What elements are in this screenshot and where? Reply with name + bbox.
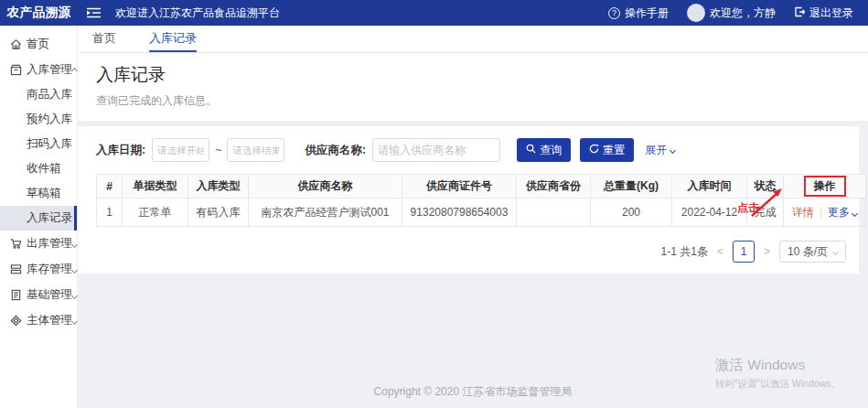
date-start-input[interactable]	[152, 138, 209, 162]
sidebar-item-inventory-mgmt[interactable]: 库存管理	[0, 256, 77, 282]
entity-icon	[10, 315, 22, 327]
cell-inbound-type: 有码入库	[188, 199, 249, 227]
col-weight: 总重量(Kg)	[591, 175, 672, 199]
search-button[interactable]: 查询	[517, 138, 571, 162]
col-order-type: 单据类型	[123, 175, 188, 199]
col-time: 入库时间	[672, 175, 747, 199]
reset-button[interactable]: 重置	[580, 138, 634, 162]
records-card: 入库日期: ~ 供应商名称: 查询 重置 展开	[78, 126, 859, 274]
logout-icon	[794, 6, 805, 20]
footer-copyright: Copyright © 2020 江苏省市场监督管理局	[78, 384, 868, 400]
sidebar-item-label: 入库管理	[27, 62, 72, 78]
reset-button-label: 重置	[603, 143, 625, 158]
chevron-down-icon	[72, 263, 77, 275]
search-icon	[526, 144, 536, 156]
records-table: # 单据类型 入库类型 供应商名称 供应商证件号 供应商省份 总重量(Kg) 入…	[96, 174, 866, 227]
chevron-down-icon	[852, 209, 858, 216]
sidebar-item-basic-mgmt[interactable]: 基础管理	[0, 282, 77, 307]
pagination: 1-1 共1条 < 1 > 10 条/页	[96, 241, 846, 263]
sidebar-item-outbound-mgmt[interactable]: 出库管理	[0, 231, 77, 256]
sidebar-item-goods-inbound[interactable]: 商品入库	[0, 82, 77, 107]
date-end-input[interactable]	[227, 138, 284, 162]
action-separator: |	[820, 206, 822, 219]
sidebar-item-label: 基础管理	[27, 287, 72, 303]
cart-icon	[10, 238, 22, 250]
col-province: 供应商省份	[517, 175, 591, 199]
page-size-value: 10 条/页	[788, 244, 828, 260]
expand-link[interactable]: 展开	[645, 143, 675, 158]
chevron-up-icon	[72, 63, 77, 76]
pagination-total: 1-1 共1条	[661, 244, 708, 260]
pagination-page-1[interactable]: 1	[733, 241, 755, 263]
page-subtitle: 查询已完成的入库信息。	[96, 93, 850, 109]
col-index: #	[97, 175, 123, 199]
sidebar-item-appointment-inbound[interactable]: 预约入库	[0, 107, 77, 132]
cell-order-type: 正常单	[123, 199, 188, 227]
filter-form: 入库日期: ~ 供应商名称: 查询 重置 展开	[96, 138, 846, 162]
chevron-down-icon	[72, 288, 77, 301]
chevron-down-icon	[72, 314, 77, 327]
cell-status: 完成	[747, 199, 784, 227]
main-content: 首页 入库记录 入库记录 查询已完成的入库信息。 入库日期: ~ 供应商名称: …	[78, 26, 868, 408]
cell-index: 1	[97, 199, 123, 227]
col-supplier-id: 供应商证件号	[402, 175, 517, 199]
sidebar-item-drafts[interactable]: 草稿箱	[0, 181, 77, 206]
watermark-line1: 激活 Windows	[715, 356, 841, 375]
sidebar-item-label: 主体管理	[27, 313, 72, 328]
avatar	[687, 4, 705, 22]
supplier-name-label: 供应商名称:	[305, 143, 366, 158]
welcome-banner: 欢迎进入江苏农产品食品追溯平台	[115, 5, 280, 21]
col-status: 状态	[747, 175, 784, 199]
search-button-label: 查询	[540, 143, 562, 158]
question-circle-icon: ?	[608, 7, 620, 19]
app-header: 农产品溯源 欢迎进入江苏农产品食品追溯平台 ? 操作手册 欢迎您，方静 退出登录	[0, 0, 868, 26]
page-title: 入库记录	[96, 63, 850, 87]
supplier-name-input[interactable]	[372, 138, 500, 162]
logout-link[interactable]: 退出登录	[794, 5, 853, 21]
page-header: 入库记录 查询已完成的入库信息。	[78, 53, 868, 121]
detail-link[interactable]: 详情	[792, 206, 814, 219]
home-icon	[10, 38, 22, 50]
manual-link[interactable]: ? 操作手册	[608, 5, 669, 21]
sidebar-item-label: 首页	[27, 37, 49, 52]
greeting-label: 欢迎您，方静	[710, 5, 776, 21]
sidebar-item-entity-mgmt[interactable]: 主体管理	[0, 307, 77, 333]
inventory-icon	[10, 263, 22, 275]
pagination-prev-button[interactable]: <	[715, 245, 725, 258]
date-range-label: 入库日期:	[96, 143, 145, 158]
more-link[interactable]: 更多	[828, 206, 857, 219]
more-label: 更多	[828, 206, 850, 219]
expand-label: 展开	[645, 143, 667, 158]
date-separator: ~	[215, 144, 221, 156]
cell-supplier-id: 9132080798654003	[402, 199, 517, 227]
cell-supplier-name: 南京农产品经营户测试001	[249, 199, 402, 227]
logout-label: 退出登录	[809, 5, 853, 21]
sidebar-item-inbound-mgmt[interactable]: 入库管理	[0, 57, 77, 82]
sidebar: 首页 入库管理 商品入库 预约入库 扫码入库 收件箱 草稿箱 入库记录 出库管理…	[0, 26, 78, 408]
inbound-box-icon	[10, 64, 22, 76]
table-row: 1 正常单 有码入库 南京农产品经营户测试001 913208079865400…	[97, 199, 866, 227]
cell-province	[517, 199, 591, 227]
tab-home[interactable]: 首页	[92, 26, 116, 52]
document-icon	[10, 289, 22, 301]
pagination-next-button[interactable]: >	[762, 245, 772, 258]
chevron-down-icon	[670, 146, 676, 153]
chevron-down-icon	[832, 248, 839, 254]
col-actions: 操作	[784, 175, 866, 199]
cell-weight: 200	[591, 199, 672, 227]
sidebar-item-label: 库存管理	[27, 262, 72, 277]
collapse-menu-icon[interactable]	[87, 7, 101, 18]
col-supplier-name: 供应商名称	[249, 175, 402, 199]
cell-time: 2022-04-12	[672, 199, 747, 227]
sidebar-item-home[interactable]: 首页	[0, 31, 77, 57]
sidebar-item-inbound-records[interactable]: 入库记录	[0, 206, 77, 231]
tab-bar: 首页 入库记录	[78, 26, 868, 53]
col-inbound-type: 入库类型	[188, 175, 249, 199]
refresh-icon	[589, 144, 599, 156]
tab-inbound-records[interactable]: 入库记录	[149, 26, 197, 52]
manual-label: 操作手册	[625, 5, 669, 21]
sidebar-item-inbox[interactable]: 收件箱	[0, 156, 77, 181]
page-size-select[interactable]: 10 条/页	[779, 241, 846, 263]
sidebar-item-scan-inbound[interactable]: 扫码入库	[0, 132, 77, 156]
user-greeting[interactable]: 欢迎您，方静	[687, 4, 776, 22]
